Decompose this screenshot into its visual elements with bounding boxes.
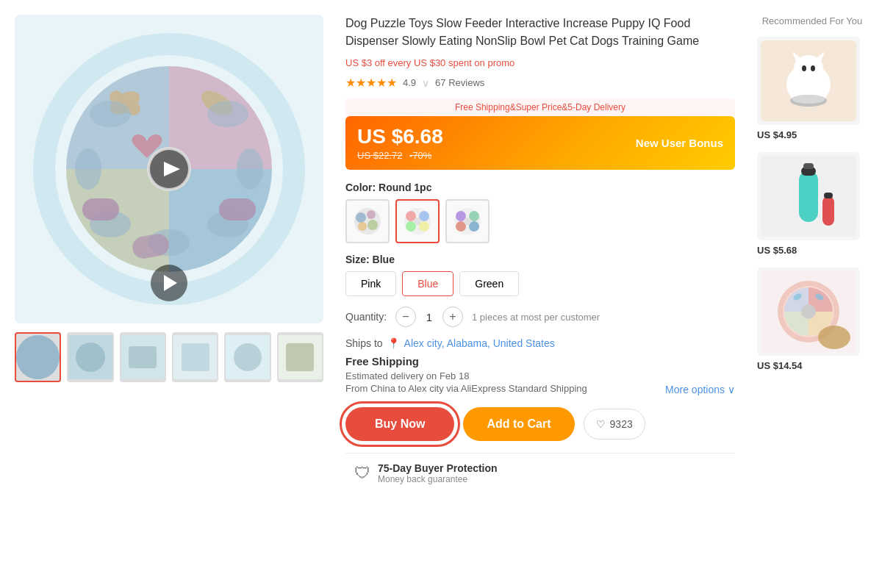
color-swatch-2: [399, 203, 436, 240]
size-green[interactable]: Green: [459, 271, 519, 296]
play-video-button[interactable]: [151, 265, 187, 301]
color-options-row: [345, 199, 735, 243]
rec-image-2: [757, 152, 860, 240]
rec-price-3: US $14.54: [757, 360, 867, 371]
svg-rect-52: [822, 196, 834, 226]
thumbnail-1[interactable]: [15, 332, 61, 382]
svg-point-32: [414, 218, 421, 225]
add-to-cart-button[interactable]: Add to Cart: [463, 407, 574, 441]
thumbnail-3[interactable]: [120, 332, 166, 382]
thumbnail-2[interactable]: [67, 332, 113, 382]
shipping-banner: Free Shipping&Super Price&5-Day Delivery: [345, 98, 735, 116]
protection-subtitle: Money back guarantee: [378, 474, 498, 484]
shield-icon: 🛡: [354, 464, 370, 483]
quantity-note: 1 pieces at most per customer: [472, 312, 600, 323]
buy-now-wrapper: Buy Now: [345, 407, 454, 441]
new-user-bonus: New User Bonus: [636, 137, 723, 149]
chevron-down-icon: ∨: [728, 384, 735, 395]
svg-point-24: [367, 210, 376, 219]
svg-point-45: [811, 65, 815, 71]
color-option-3[interactable]: [445, 199, 490, 243]
shipping-section: Free Shipping Estimated delivery on Feb …: [345, 355, 735, 395]
color-swatch-1: [349, 203, 386, 240]
svg-point-16: [237, 148, 263, 190]
product-images-section: [15, 15, 323, 493]
svg-point-58: [818, 326, 850, 349]
ships-to-row: Ships to 📍 Alex city, Alabama, United St…: [345, 337, 735, 349]
size-blue[interactable]: Blue: [402, 271, 453, 296]
svg-point-38: [464, 218, 471, 225]
svg-point-17: [90, 101, 131, 127]
more-options-text: More options: [665, 384, 725, 395]
size-option-section: Size: Blue Pink Blue Green: [345, 254, 735, 296]
buy-now-button[interactable]: Buy Now: [345, 407, 454, 441]
original-price: US $22.72: [357, 150, 402, 161]
action-row: Buy Now Add to Cart ♡ 9323: [345, 407, 735, 441]
size-label: Size: Blue: [345, 254, 735, 265]
rec-price-2: US $5.68: [757, 245, 867, 256]
svg-point-57: [801, 304, 816, 319]
color-swatch-3: [449, 203, 486, 240]
thumbnail-6[interactable]: [277, 332, 323, 382]
delivery-estimate: Estimated delivery on Feb 18: [345, 370, 735, 381]
delivery-from: From China to Alex city via AliExpress S…: [345, 383, 587, 394]
svg-rect-49: [799, 171, 818, 222]
svg-point-18: [207, 101, 248, 127]
color-option-2[interactable]: [395, 199, 440, 243]
recommended-title: Recommended For You: [757, 15, 867, 28]
color-option-1[interactable]: [345, 199, 390, 243]
location-link[interactable]: Alex city, Alabama, United States: [404, 337, 555, 349]
protection-info: 75-Day Buyer Protection Money back guara…: [378, 462, 498, 484]
svg-rect-19: [82, 198, 119, 220]
rating-row: ★★★★★ 4.9 ∨ 67 Reviews: [345, 76, 735, 90]
size-options-row: Pink Blue Green: [345, 271, 735, 296]
free-shipping-label: Free Shipping: [345, 355, 735, 368]
thumbnail-4[interactable]: [172, 332, 218, 382]
wishlist-count: 9323: [610, 418, 633, 430]
heart-icon: ♡: [596, 418, 606, 430]
ships-to-label: Ships to: [345, 337, 383, 349]
rating-number: 4.9: [403, 77, 416, 88]
product-title: Dog Puzzle Toys Slow Feeder Interactive …: [345, 15, 735, 50]
svg-point-47: [792, 95, 825, 104]
rec-product-illustration-1: [761, 40, 856, 121]
size-pink[interactable]: Pink: [345, 271, 396, 296]
color-label: Color: Round 1pc: [345, 182, 735, 193]
recommended-item-1[interactable]: US $4.95: [757, 37, 867, 140]
price-banner: US $6.68 US $22.72 -70% New User Bonus: [345, 116, 735, 170]
original-price-row: US $22.72 -70%: [357, 150, 443, 161]
rec-image-1: [757, 37, 860, 125]
svg-point-23: [356, 212, 366, 223]
quantity-increase[interactable]: +: [442, 306, 463, 327]
quantity-controls: − 1 +: [395, 306, 463, 327]
color-option-section: Color: Round 1pc: [345, 182, 735, 243]
review-count: 67 Reviews: [435, 77, 484, 88]
current-price: US $6.68: [357, 125, 443, 148]
wishlist-button[interactable]: ♡ 9323: [584, 409, 645, 440]
rec-product-illustration-2: [761, 156, 856, 237]
protection-title: 75-Day Buyer Protection: [378, 462, 498, 474]
quantity-decrease[interactable]: −: [395, 306, 416, 327]
svg-rect-51: [803, 163, 814, 169]
rating-chevron: ∨: [422, 77, 429, 89]
svg-point-26: [358, 222, 367, 231]
svg-rect-21: [219, 198, 256, 220]
svg-point-25: [368, 220, 378, 230]
location-pin-icon: 📍: [387, 337, 400, 349]
svg-point-15: [75, 148, 101, 190]
svg-point-10: [201, 90, 215, 104]
svg-point-44: [802, 65, 806, 71]
quantity-value: 1: [422, 311, 437, 323]
recommended-item-3[interactable]: US $14.54: [757, 268, 867, 371]
rec-image-3: [757, 268, 860, 356]
product-detail-section: Dog Puzzle Toys Slow Feeder Interactive …: [338, 15, 742, 493]
star-rating: ★★★★★: [345, 76, 397, 90]
thumbnail-5[interactable]: [224, 332, 270, 382]
svg-rect-53: [824, 193, 833, 198]
buyer-protection-section: 🛡 75-Day Buyer Protection Money back gua…: [345, 453, 735, 493]
rec-product-illustration-3: [761, 271, 856, 352]
quantity-row: Quantity: − 1 + 1 pieces at most per cus…: [345, 306, 735, 327]
recommended-item-2[interactable]: US $5.68: [757, 152, 867, 256]
more-options-link[interactable]: More options ∨: [665, 384, 735, 395]
main-product-image: [15, 15, 323, 323]
